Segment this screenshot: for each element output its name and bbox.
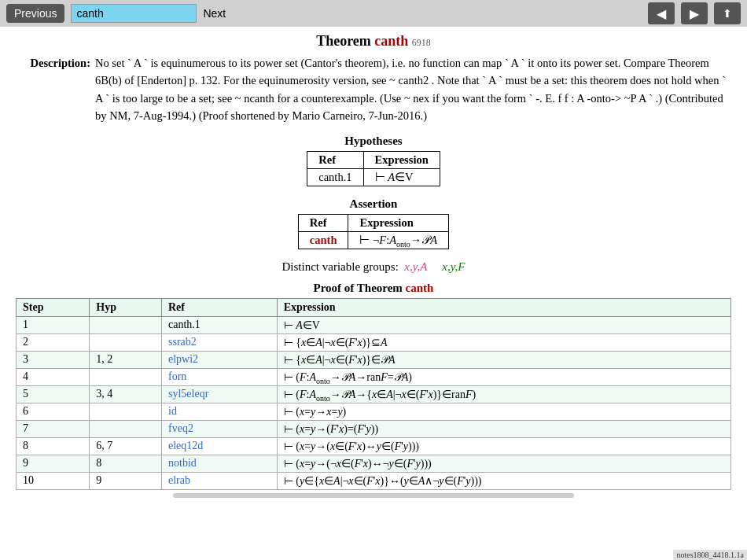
main-content: Theorem canth 6918 Description: No set `… [0,27,747,514]
proof-hyp: 8 [90,455,162,472]
proof-step: 3 [17,351,90,368]
proof-step: 4 [17,368,90,385]
table-row: 109elrab⊢ (y∈{x∈A|¬x∈(F'x)}↔(y∈A∧¬y∈(F'y… [17,472,731,489]
description-text: No set ` A ` is equinumerous to its powe… [95,54,731,125]
proof-step: 2 [17,333,90,351]
proof-hyp [90,420,162,437]
table-row: 53, 4syl5eleqr⊢ (F:Aonto→𝒫A→{x∈A|¬x∈(F'x… [17,385,731,403]
proof-ref[interactable]: id [162,403,278,420]
hypotheses-title: Hypotheses [16,134,731,148]
table-row: 31, 2elpwi2⊢ {x∈A|¬x∈(F'x)}∈𝒫A [17,351,731,368]
proof-step: 6 [17,403,90,420]
proof-expr: ⊢ (x=y→x=y) [277,403,730,420]
hyp-col-ref: Ref [307,151,363,168]
description-label: Description: [16,54,90,125]
theorem-name: canth [374,33,408,49]
proof-hyp: 3, 4 [90,385,162,403]
proof-ref[interactable]: notbid [162,455,278,472]
proof-ref[interactable]: ssrab2 [162,333,278,351]
proof-ref[interactable]: eleq12d [162,437,278,455]
proof-expr: ⊢ {x∈A|¬x∈(F'x)}⊆A [277,333,730,351]
proof-expr: ⊢ (F:Aonto→𝒫A→{x∈A|¬x∈(F'x)}∈ranF) [277,385,730,403]
assert-col-expr: Expression [348,214,449,231]
hyp-col-expr: Expression [363,151,440,168]
theorem-title: Theorem canth 6918 [16,33,731,50]
proof-step: 8 [17,437,90,455]
proof-step: 10 [17,472,90,489]
proof-expr: ⊢ (x=y→(F'x)=(F'y)) [277,420,730,437]
dv-group-1: x,y,A [404,260,427,273]
proof-hyp [90,368,162,385]
hyp-ref: canth.1 [307,168,363,186]
proof-col-step: Step [17,298,90,316]
proof-hyp: 6, 7 [90,437,162,455]
next-button[interactable]: Next [203,7,226,20]
proof-col-expr: Expression [277,298,730,316]
assert-col-ref: Ref [298,214,348,231]
previous-button[interactable]: Previous [6,4,64,23]
hyp-expr: ⊢ A∈V [363,168,440,186]
share-button[interactable]: ⬆ [714,2,741,24]
table-row: 1canth.1⊢ A∈V [17,316,731,333]
scrollbar[interactable] [173,493,574,498]
proof-table: Step Hyp Ref Expression 1canth.1⊢ A∈V2ss… [16,298,731,490]
assert-ref: canth [298,231,348,249]
back-icon-button[interactable]: ◀ [648,2,675,24]
proof-hyp [90,316,162,333]
navigation-bar: Previous Next ◀ ▶ ⬆ [0,0,747,27]
description-block: Description: No set ` A ` is equinumerou… [16,54,731,125]
forward-icon-button[interactable]: ▶ [681,2,708,24]
theorem-number: 6918 [412,37,431,48]
proof-hyp [90,333,162,351]
table-row: canth.1 ⊢ A∈V [307,168,440,186]
table-row: 98notbid⊢ (x=y→(¬x∈(F'x)↔¬y∈(F'y))) [17,455,731,472]
proof-theorem-name: canth [406,282,434,294]
proof-expr: ⊢ (x=y→(¬x∈(F'x)↔¬y∈(F'y))) [277,455,730,472]
status-bar: notes1808_4418.1.1a [673,550,747,560]
proof-hyp [90,403,162,420]
hypotheses-table: Ref Expression canth.1 ⊢ A∈V [307,151,440,186]
table-row: 4forn⊢ (F:Aonto→𝒫A→ranF=𝒫A) [17,368,731,385]
table-row: 6id⊢ (x=y→x=y) [17,403,731,420]
table-row: canth ⊢ ¬F:Aonto→𝒫A [298,231,448,249]
distinct-vars: Distinct variable groups: x,y,A x,y,F [16,260,731,274]
proof-hyp: 1, 2 [90,351,162,368]
assertion-title: Assertion [16,197,731,211]
proof-step: 7 [17,420,90,437]
table-row: 86, 7eleq12d⊢ (x=y→(x∈(F'x)↔y∈(F'y))) [17,437,731,455]
assertion-table: Ref Expression canth ⊢ ¬F:Aonto→𝒫A [298,214,449,249]
proof-ref[interactable]: elpwi2 [162,351,278,368]
proof-title: Proof of Theorem canth [16,282,731,295]
table-row: 2ssrab2⊢ {x∈A|¬x∈(F'x)}⊆A [17,333,731,351]
table-row: 7fveq2⊢ (x=y→(F'x)=(F'y)) [17,420,731,437]
proof-hyp: 9 [90,472,162,489]
proof-expr: ⊢ {x∈A|¬x∈(F'x)}∈𝒫A [277,351,730,368]
proof-ref[interactable]: fveq2 [162,420,278,437]
proof-expr: ⊢ (F:Aonto→𝒫A→ranF=𝒫A) [277,368,730,385]
proof-step: 5 [17,385,90,403]
proof-expr: ⊢ (x=y→(x∈(F'x)↔y∈(F'y))) [277,437,730,455]
proof-col-ref: Ref [162,298,278,316]
proof-expr: ⊢ A∈V [277,316,730,333]
proof-ref: canth.1 [162,316,278,333]
proof-expr: ⊢ (y∈{x∈A|¬x∈(F'x)}↔(y∈A∧¬y∈(F'y))) [277,472,730,489]
assert-expr: ⊢ ¬F:Aonto→𝒫A [348,231,449,249]
dv-group-2: x,y,F [442,260,465,273]
proof-step: 1 [17,316,90,333]
proof-ref[interactable]: elrab [162,472,278,489]
proof-col-hyp: Hyp [90,298,162,316]
proof-step: 9 [17,455,90,472]
proof-ref[interactable]: syl5eleqr [162,385,278,403]
proof-ref[interactable]: forn [162,368,278,385]
search-input[interactable] [71,4,197,23]
